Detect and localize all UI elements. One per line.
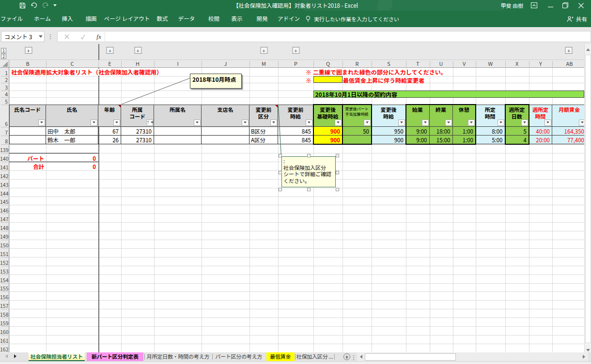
insert-function-icon[interactable]: fx [92,31,106,42]
cell-E8[interactable]: 26 [98,136,121,144]
tell-me-box[interactable]: 実行したい作業を入力してください [305,11,399,27]
close-icon[interactable] [575,0,587,11]
minwage-legend-swatch[interactable] [313,76,343,83]
summary-label-0[interactable]: パート [9,154,44,162]
row-header-6[interactable]: 6 [0,120,8,126]
cell-I8[interactable] [154,136,202,144]
row-header-162[interactable]: 162 [0,346,8,352]
selection-handle[interactable] [336,154,339,157]
cell-C7[interactable]: 田中 太郎 [46,127,98,136]
row-header-158[interactable]: 158 [0,311,8,317]
ribbon-tab-挿入[interactable]: 挿入 [62,11,73,27]
ribbon-tab-ページ レイアウト[interactable]: ページ レイアウト [104,11,150,27]
scroll-right-icon[interactable] [580,352,588,361]
column-header-M[interactable]: M [262,60,266,67]
row-header-155[interactable]: 155 [0,285,8,291]
cell-W8[interactable]: 5:00 [476,136,505,144]
row-header-147[interactable]: 147 [0,215,8,222]
sheet-tab-4[interactable]: パート区分の考え方 [213,352,265,361]
row-header-148[interactable]: 148 [0,224,8,230]
cell-U8[interactable]: 15:00 [430,136,453,144]
tab-bar-splitter[interactable] [353,354,355,361]
ribbon-display-options-icon[interactable] [528,0,540,11]
new-sheet-button[interactable] [343,353,350,360]
column-header-H[interactable]: H [136,60,140,67]
sheet-tab-5[interactable]: 最低賃金 [266,352,295,361]
horizontal-scrollbar[interactable] [357,352,588,361]
selection-handle[interactable] [279,154,282,157]
row-header-150[interactable]: 150 [0,242,8,248]
row-header-141[interactable]: 141 [0,164,8,170]
row-header-143[interactable]: 143 [0,181,8,187]
scroll-left-icon[interactable] [358,352,365,361]
row-header-5[interactable]: 5 [0,98,8,104]
column-header-S[interactable]: S [387,60,390,67]
column-header-J[interactable]: J [224,60,227,67]
summary-value-1[interactable]: 0 [46,163,96,170]
cell-M8[interactable]: A区分 [249,136,278,144]
ribbon-tab-表示[interactable]: 表示 [232,11,243,27]
cell-H7[interactable]: 27310 [121,127,154,136]
cell-P7[interactable]: 845 [278,127,313,136]
cell-T8[interactable]: 9:00 [406,136,430,144]
row-header-7[interactable]: 7 [0,129,8,135]
sheet-tab-6[interactable]: 社保加入区分 ... [296,352,334,361]
sheet-tab-3[interactable]: 月所定日数・時間の考え方 [145,352,211,361]
comment-box-detail[interactable]: :社会保険加入区分シートで詳細ご確認ください。 [281,156,336,187]
vertical-scroll-thumb[interactable] [585,55,591,343]
summary-label-1[interactable]: 合計 [9,163,44,170]
row-header-146[interactable]: 146 [0,207,8,213]
ribbon-tab-ファイル[interactable]: ファイル [0,11,23,27]
cell-V8[interactable]: 1:00 [453,136,476,144]
cell-Y8[interactable]: 20:00 [529,136,552,144]
column-header-R[interactable]: R [356,60,359,67]
cell-T7[interactable]: 9:00 [406,127,430,136]
cell-V7[interactable]: 1:00 [453,127,476,136]
row-header-145[interactable]: 145 [0,198,8,204]
row-header-161[interactable]: 161 [0,337,8,343]
outline-expand-button-H[interactable]: + [134,47,141,54]
row-header-151[interactable]: 151 [0,250,8,257]
filter-icon-U[interactable] [445,120,452,126]
filter-icon-E[interactable] [113,120,120,126]
column-header-W[interactable]: W [488,60,493,67]
row-header-2[interactable]: 2 [0,76,8,82]
column-header-I[interactable]: I [177,60,178,67]
selection-handle[interactable] [336,171,339,174]
restore-icon[interactable] [559,0,572,11]
cell-B7[interactable] [9,127,46,136]
selection-handle[interactable] [307,188,311,191]
row-header-157[interactable]: 157 [0,302,8,308]
filter-icon-Y[interactable] [544,120,551,126]
filter-icon-C[interactable] [91,120,97,126]
row-header-160[interactable]: 160 [0,328,8,334]
filter-icon-AB[interactable] [579,120,584,126]
column-header-V[interactable]: V [463,60,466,67]
sheet-grid[interactable]: 1234567813914014114214314414514614714814… [0,68,584,352]
filter-icon-Q[interactable] [335,120,342,126]
name-box-dropdown-icon[interactable] [39,35,43,38]
filter-icon-B[interactable] [38,120,45,126]
column-header-X[interactable]: X [515,60,518,67]
note-input-instruction[interactable]: ※ 二重線で囲まれた緑色の部分に入力してください。 [306,69,448,76]
cell-Q8[interactable]: 900 [313,136,342,144]
cell-Q7[interactable]: 900 [313,127,342,136]
ribbon-tab-開発[interactable]: 開発 [257,11,268,27]
row-header-4[interactable]: 4 [0,91,8,97]
cell-H8[interactable]: 27310 [121,136,154,144]
cell-J8[interactable] [202,136,249,144]
row-header-1[interactable]: 1 [0,69,8,76]
outline-expand-button-AB[interactable]: + [565,47,573,54]
column-header-E[interactable]: E [108,60,111,67]
contract-banner[interactable]: 2018年10月1日以降の契約内容 [313,91,585,98]
formula-bar-splitter[interactable] [50,33,51,40]
select-all-corner[interactable] [0,60,9,68]
cell-X7[interactable]: 5 [505,127,529,136]
comment-box-date[interactable]: 2018年10月時点 [190,74,242,89]
cell-W7[interactable]: 8:00 [476,127,505,136]
share-button[interactable]: 共有 [567,11,587,27]
sheet-nav-left-icon[interactable] [5,354,8,358]
cell-AB8[interactable]: 77,400 [552,136,584,144]
selection-handle[interactable] [307,154,311,157]
column-header-C[interactable]: C [70,60,74,67]
